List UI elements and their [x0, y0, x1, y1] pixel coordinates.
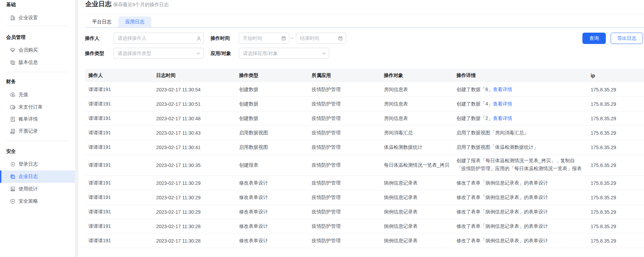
svg-text:7: 7 — [340, 37, 341, 40]
svg-text:7: 7 — [283, 37, 285, 40]
